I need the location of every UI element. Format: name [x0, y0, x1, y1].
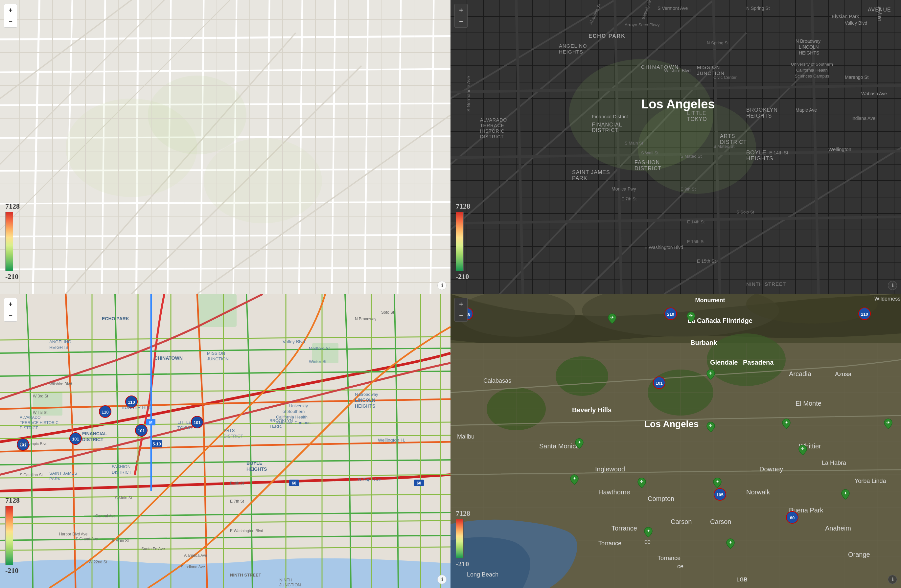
zoom-controls-tr: + −: [454, 4, 468, 28]
map-top-left[interactable]: + − 7128 -210 ℹ: [0, 0, 450, 294]
map-top-right[interactable]: ECHO PARK ANGELINO HEIGHTS CHINATOWN MIS…: [450, 0, 901, 294]
svg-text:Wellington: Wellington: [828, 146, 851, 152]
svg-text:Central Ave: Central Ave: [95, 514, 116, 518]
zoom-controls-bl: + −: [4, 298, 17, 322]
info-btn-br[interactable]: ℹ: [888, 575, 897, 584]
zoom-out-btn-tl[interactable]: −: [4, 16, 17, 28]
svg-text:Marengo St: Marengo St: [845, 75, 868, 80]
svg-text:Long Beach: Long Beach: [467, 571, 499, 578]
svg-text:BUNKER HILL: BUNKER HILL: [122, 405, 152, 410]
svg-text:✈: ✈: [577, 440, 581, 445]
svg-text:Malibu: Malibu: [457, 433, 474, 440]
svg-text:Financial District: Financial District: [592, 114, 628, 119]
svg-text:LINCOLN: LINCOLN: [355, 397, 375, 403]
svg-text:W 3rd St: W 3rd St: [33, 394, 48, 398]
svg-text:Monument: Monument: [695, 297, 725, 303]
legend-bar-br: [456, 519, 464, 558]
svg-text:S Solo St: S Solo St: [736, 210, 754, 215]
legend-br: 7128 -210: [456, 509, 470, 568]
svg-text:Los Angeles: Los Angeles: [641, 97, 715, 111]
zoom-out-btn-tr[interactable]: −: [454, 16, 468, 28]
zoom-in-btn-tr[interactable]: +: [454, 4, 468, 16]
svg-text:60: 60: [417, 481, 421, 485]
svg-text:E 7th St: E 7th St: [230, 499, 244, 504]
svg-text:HEIGHTS: HEIGHTS: [746, 113, 772, 118]
legend-max-br: 7128: [456, 509, 470, 518]
svg-text:LITTLE: LITTLE: [178, 420, 192, 425]
zoom-out-btn-bl[interactable]: −: [4, 310, 17, 322]
svg-text:Santa Fe Ave: Santa Fe Ave: [141, 547, 165, 551]
svg-text:FINANCIAL: FINANCIAL: [592, 122, 622, 128]
svg-text:210: 210: [861, 312, 868, 317]
svg-text:60: 60: [292, 481, 296, 485]
svg-text:California Health: California Health: [276, 415, 307, 420]
svg-text:JUNCTION: JUNCTION: [207, 356, 229, 361]
svg-text:✈: ✈: [843, 490, 848, 496]
svg-text:✈: ✈: [689, 313, 693, 318]
svg-text:✈: ✈: [728, 540, 733, 545]
legend-tl: 7128 -210: [5, 202, 20, 281]
svg-text:✈: ✈: [640, 479, 644, 484]
svg-text:TOKYO: TOKYO: [178, 425, 192, 430]
svg-text:HEIGHTS: HEIGHTS: [246, 467, 267, 472]
svg-text:LITTLE: LITTLE: [687, 110, 706, 116]
svg-text:Monica Fwy: Monica Fwy: [611, 186, 636, 191]
zoom-controls-tl: + −: [4, 4, 17, 28]
svg-text:Valley Blvd: Valley Blvd: [845, 20, 867, 26]
svg-text:E 9th St: E 9th St: [681, 187, 696, 191]
svg-text:Orange: Orange: [848, 551, 870, 558]
svg-text:101: 101: [138, 428, 145, 433]
svg-text:S Main St: S Main St: [115, 496, 132, 500]
svg-text:Burbank: Burbank: [691, 339, 717, 346]
svg-text:210: 210: [667, 312, 674, 317]
svg-text:CHINATOWN: CHINATOWN: [154, 355, 183, 361]
zoom-in-btn-bl[interactable]: +: [4, 298, 17, 310]
svg-text:FASHION: FASHION: [112, 464, 131, 469]
svg-text:W Tal St: W Tal St: [33, 410, 48, 415]
svg-text:Sciences Campus: Sciences Campus: [276, 420, 310, 425]
svg-text:ANGELINO: ANGELINO: [559, 43, 587, 48]
svg-text:LGB: LGB: [736, 577, 748, 582]
svg-text:Azusa: Azusa: [835, 371, 852, 378]
svg-text:Winter St: Winter St: [309, 359, 327, 364]
svg-text:BOYLE: BOYLE: [746, 149, 767, 156]
svg-text:ANGELINO: ANGELINO: [49, 339, 71, 344]
svg-text:Arroyo Seco Pkwy: Arroyo Seco Pkwy: [625, 22, 660, 27]
zoom-in-btn-br[interactable]: +: [454, 298, 468, 310]
zoom-out-btn-br[interactable]: −: [454, 310, 468, 322]
svg-text:SAINT JAMES: SAINT JAMES: [572, 170, 610, 175]
svg-text:Santa Monica: Santa Monica: [539, 442, 580, 450]
svg-text:E 15th St: E 15th St: [687, 239, 705, 244]
svg-text:Wellington H.: Wellington H.: [378, 437, 405, 443]
svg-text:SAINT JAMES: SAINT JAMES: [49, 471, 77, 476]
svg-text:La Cañada Flintridge: La Cañada Flintridge: [687, 317, 753, 324]
svg-text:Anaheim: Anaheim: [825, 524, 851, 532]
svg-text:Indiana Ave: Indiana Ave: [851, 116, 875, 121]
svg-text:N Spring St: N Spring St: [746, 6, 770, 11]
svg-text:Glendale: Glendale: [710, 359, 738, 366]
svg-text:✈: ✈: [709, 423, 713, 428]
svg-text:Yorba Linda: Yorba Linda: [855, 478, 886, 484]
svg-text:DISTRICT: DISTRICT: [20, 426, 38, 430]
legend-max-tr: 7128: [456, 202, 470, 210]
info-btn-tr[interactable]: ℹ: [888, 281, 897, 290]
svg-text:TERRACE HISTORIC: TERRACE HISTORIC: [20, 420, 59, 425]
svg-text:University of Southern: University of Southern: [791, 62, 833, 67]
svg-text:S Mateo St: S Mateo St: [681, 154, 702, 159]
zoom-in-btn-tl[interactable]: +: [4, 4, 17, 16]
map-bottom-left[interactable]: 101 101 101 101 5·10 60 60 110 110 M ECH…: [0, 294, 450, 588]
svg-text:Civic Center: Civic Center: [713, 75, 737, 80]
svg-text:ce: ce: [644, 538, 651, 545]
svg-text:Arcadia: Arcadia: [789, 370, 812, 378]
svg-text:S Vermont Ave: S Vermont Ave: [658, 6, 688, 11]
svg-text:LINCOLN: LINCOLN: [799, 44, 819, 50]
svg-text:Harbor Blvd Ave: Harbor Blvd Ave: [59, 532, 88, 537]
info-btn-tl[interactable]: ℹ: [437, 281, 447, 290]
svg-text:Wilshire Blvd: Wilshire Blvd: [664, 68, 691, 73]
map-bottom-right[interactable]: Monument Wilderness La Cañada Flintridge…: [450, 294, 901, 588]
svg-text:N Gage Ave: N Gage Ave: [358, 477, 381, 482]
info-btn-bl[interactable]: ℹ: [437, 575, 447, 584]
svg-text:Soto St: Soto St: [381, 310, 394, 315]
svg-text:ALVARADO: ALVARADO: [20, 415, 41, 420]
svg-text:✈: ✈: [646, 528, 650, 534]
